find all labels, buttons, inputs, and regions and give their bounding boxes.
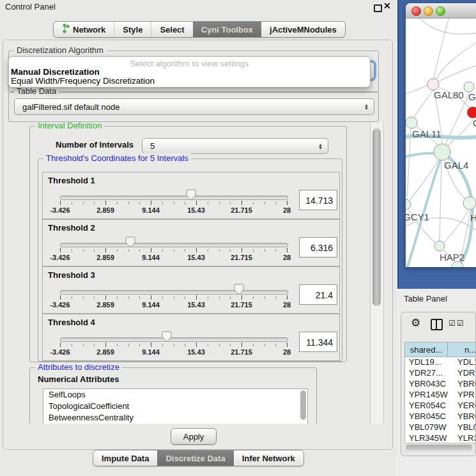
minimize-traffic-light-icon[interactable] (424, 6, 433, 16)
tick-mark (139, 296, 140, 299)
threshold-value-field[interactable]: 6.316 (299, 237, 337, 257)
tab-impute-data[interactable]: Impute Data (93, 450, 157, 466)
network-edge[interactable] (414, 90, 433, 118)
tick-mark (265, 344, 265, 346)
tick-mark (162, 202, 163, 204)
network-node[interactable] (467, 107, 476, 118)
slider-track[interactable] (60, 290, 288, 295)
dropdown-item-equal-width-frequency-discretization[interactable]: Equal Width/Frequency Discretization (11, 76, 155, 86)
network-canvas[interactable]: GAL80GACGAL11GAL4GCY1HAHAP2 (406, 19, 476, 267)
network-edge[interactable] (415, 19, 476, 34)
screen: Control Panel ✕ NetworkStyleSelectCyni T… (0, 0, 476, 476)
tick-mark (230, 202, 231, 204)
columns-icon[interactable] (431, 319, 443, 330)
table-row[interactable]: YPR145WYPR145W (405, 390, 476, 401)
slider-thumb[interactable] (162, 331, 172, 342)
table-row[interactable]: YBR045CYBR045C (405, 411, 476, 422)
tab-label: Cyni Toolbox (201, 25, 253, 35)
slider-track[interactable] (60, 196, 288, 200)
table-cell: YDR27... (405, 368, 454, 379)
tab-network[interactable]: Network (54, 22, 114, 37)
slider-track[interactable] (60, 243, 288, 247)
combo-arrows-icon: ▲▼ (318, 143, 323, 150)
slider-thumb[interactable] (125, 236, 135, 248)
checkbox-checked-icon[interactable]: ☑ (449, 319, 456, 328)
network-node[interactable] (406, 199, 411, 210)
tab-select[interactable]: Select (151, 22, 192, 37)
threshold-panel: Threshold 2-3.4262.8599.14415.4321.71528… (42, 219, 340, 266)
thresholds-group: Threshold's Coordinates for 5 Intervals … (38, 158, 342, 362)
tick-mark (196, 342, 197, 347)
table-row[interactable]: YBL079WYBL079W (405, 422, 476, 433)
tab-infer-network[interactable]: Infer Network (234, 450, 303, 466)
node-table[interactable]: shared...n... YDL19...YDL19...YDR27...YD… (404, 342, 476, 449)
threshold-value-field[interactable]: 21.4 (299, 284, 337, 305)
horizontal-scrollbar[interactable] (404, 443, 475, 452)
threshold-value-field[interactable]: 11.344 (299, 332, 337, 352)
network-window-titlebar[interactable] (406, 3, 476, 19)
network-edge[interactable] (438, 65, 476, 82)
zoom-traffic-light-icon[interactable] (436, 6, 445, 16)
dropdown-item-manual-discretization[interactable]: Manual Discretization (11, 67, 100, 77)
network-edge[interactable] (434, 19, 450, 79)
tick-mark (83, 344, 84, 346)
tab-style[interactable]: Style (114, 22, 151, 37)
close-icon[interactable]: ✕ (383, 1, 391, 11)
tick-mark (196, 201, 197, 205)
tick-mark (83, 202, 84, 204)
slider-thumb[interactable] (234, 284, 244, 295)
vertical-scrollbar[interactable] (370, 122, 384, 424)
network-node[interactable] (427, 79, 439, 90)
column-header-n-[interactable]: n... (448, 342, 476, 357)
network-node[interactable] (406, 117, 417, 128)
group-title: Interval Definition (35, 122, 104, 130)
apply-button[interactable]: Apply (171, 428, 217, 445)
node-label: GAL80 (434, 89, 464, 100)
network-edge[interactable] (448, 119, 473, 146)
slider-thumb[interactable] (186, 189, 196, 201)
tick-mark (275, 344, 276, 346)
network-node[interactable] (434, 144, 450, 160)
table-cell: YBR043C (405, 379, 454, 390)
network-node[interactable] (463, 197, 476, 210)
tick-label: 15.43 (181, 254, 211, 261)
gear-icon[interactable]: ⚙ (411, 316, 420, 330)
network-graph: GAL80GACGAL11GAL4GCY1HAHAP2 (406, 19, 476, 267)
list-scrollbar[interactable] (300, 390, 306, 420)
table-row[interactable]: YBR043CYBR043C (405, 379, 476, 390)
tick-label: 15.43 (181, 206, 211, 214)
tick-label: -3.426 (45, 206, 75, 214)
tick-mark (219, 344, 220, 346)
tab-jactivemnodules[interactable]: jActiveMNodules (261, 22, 345, 37)
close-traffic-light-icon[interactable] (411, 6, 421, 16)
table-row[interactable]: YER054CYER054C (405, 401, 476, 411)
tab-discretize-data[interactable]: Discretize Data (157, 450, 233, 466)
float-window-icon[interactable] (374, 4, 382, 12)
num-intervals-combobox[interactable]: 5 ▲▼ (142, 138, 328, 154)
column-header-shared-[interactable]: shared... (405, 342, 448, 357)
network-edge[interactable] (407, 129, 411, 200)
table-row[interactable]: YDR27...YDR27... (405, 368, 476, 379)
tab-cyni-toolbox[interactable]: Cyni Toolbox (193, 22, 261, 37)
network-node[interactable] (464, 82, 474, 92)
checkbox-checked-icon[interactable]: ☑ (457, 319, 464, 328)
slider-track[interactable] (60, 337, 288, 342)
table-row[interactable]: YDL19...YDL19... (405, 357, 476, 368)
threshold-value-field[interactable]: 14.713 (299, 190, 337, 210)
tick-mark (162, 344, 163, 346)
tick-mark (287, 295, 288, 300)
tick-mark (60, 248, 61, 252)
list-item[interactable]: BetweennessCentrality (43, 412, 307, 424)
tick-mark (128, 296, 129, 299)
attributes-listbox[interactable]: SelfLoopsTopologicalCoefficientBetweenne… (43, 388, 308, 424)
scrollbar-thumb[interactable] (372, 128, 381, 306)
network-edge[interactable] (406, 84, 429, 96)
network-node[interactable] (434, 241, 445, 251)
list-item[interactable]: TopologicalCoefficient (43, 401, 307, 412)
list-item[interactable]: SelfLoops (43, 389, 307, 401)
network-edge[interactable] (440, 161, 441, 241)
table-data-combobox[interactable]: galFiltered.sif default node ▲▼ (14, 98, 374, 115)
network-edge[interactable] (444, 210, 468, 243)
scrollbar-thumb[interactable] (406, 445, 472, 450)
node-label: GA (468, 91, 476, 102)
